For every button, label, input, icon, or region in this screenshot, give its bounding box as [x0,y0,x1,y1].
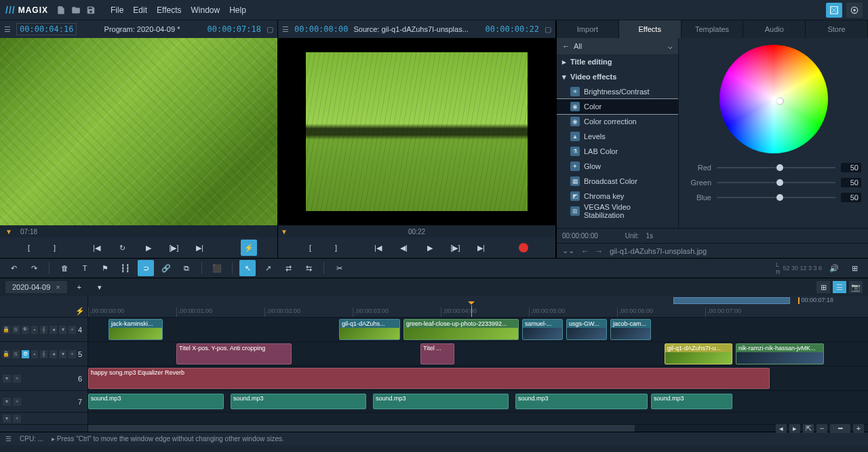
collapse-icon[interactable]: ⌄⌄ [562,246,574,255]
program-menu-icon[interactable]: ☰ [4,25,11,34]
slide-tool[interactable]: ⇆ [300,260,317,276]
playhead[interactable] [471,305,472,317]
lightning-button[interactable]: ⚡ [241,240,257,256]
clip[interactable]: sound.mp3 [88,394,224,409]
src-prev-button[interactable]: ◀| [396,240,412,256]
in-marker-icon[interactable]: ▼ [5,228,12,236]
track-lock[interactable]: 🔒 [3,326,10,334]
tab-menu-icon[interactable]: ▾ [92,279,108,295]
play-button[interactable]: ▶ [140,240,157,256]
clip[interactable]: samuel-... [522,319,563,340]
src-play-range-button[interactable]: [▶] [448,240,464,256]
view-list-button[interactable]: ☰ [833,281,846,293]
track-eye[interactable]: 👁 [22,326,29,334]
clip[interactable]: sound.mp3 [515,394,648,409]
nav-fwd-icon[interactable]: → [595,247,603,255]
view-cam-button[interactable]: 📷 [849,281,863,293]
group-button[interactable]: ⧉ [178,260,195,276]
record-button[interactable] [515,240,532,256]
clip[interactable]: Titel X-pos. Y-pos. Anti cropping [176,343,292,364]
save-icon[interactable] [83,3,98,18]
track-4-body[interactable]: jack-kaminski...gil-q1-dAZuhs...green-le… [88,318,868,341]
tab-store[interactable]: Store [806,20,868,38]
undo-button[interactable]: ↶ [5,260,22,276]
settings-button[interactable] [846,3,863,18]
fx-glow[interactable]: ✦Glow [557,159,678,174]
play-range-button[interactable]: [▶] [166,240,182,256]
zoom-in-button[interactable]: + [853,423,864,433]
menu-help[interactable]: Help [229,5,246,15]
track-vol[interactable]: 𝄞 [40,350,47,358]
source-viewport[interactable] [278,38,555,225]
red-value[interactable]: 50 [841,163,861,172]
menu-effects[interactable]: Effects [157,5,181,15]
slip-tool[interactable]: ⇄ [280,260,296,276]
overview-bar[interactable] [673,297,791,304]
track-vol[interactable]: ◂ [50,326,57,334]
select-tool[interactable]: ↗ [260,260,276,276]
track-6-body[interactable]: happy song.mp3 Equalizer Reverb [88,366,868,390]
clip[interactable]: green-leaf-close-up-photo-2233992... [403,319,519,340]
src-goto-end-button[interactable]: ▶| [473,240,490,256]
source-ruler[interactable]: ▼00:22 [278,225,555,238]
speaker-icon[interactable]: 🔊 [826,260,842,276]
fx-color-correction[interactable]: ◉Color correction [557,114,678,129]
track-fx[interactable]: 𝄞 [40,326,47,334]
fx-levels[interactable]: ▲Levels [557,129,678,144]
timeline-scrollbar[interactable]: ◂ ▸ ⇱ − ━ + [0,425,868,432]
clip[interactable]: Titel ... [420,343,454,364]
track-plus[interactable]: + [13,398,21,406]
timeline-ruler[interactable]: 00:00:07:18 ,00:00:00:00,00:00:01:00,00:… [88,296,868,317]
track-5-body[interactable]: Titel X-pos. Y-pos. Anti croppingTitel .… [88,342,868,366]
fx-vegas[interactable]: ⊞VEGAS Video Stabilization [557,204,678,219]
green-thumb[interactable] [776,179,783,186]
project-tab[interactable]: 2020-04-09 × [5,281,67,293]
clip[interactable]: jack-kaminski... [108,319,163,340]
grid-button[interactable]: ┇┇ [117,260,134,276]
goto-start-button[interactable]: |◀ [89,240,105,256]
color-wheel[interactable] [719,45,828,153]
clip[interactable]: jacob-cam... [610,319,651,340]
scroll-right-button[interactable]: ▸ [789,423,800,433]
clip[interactable]: gil-q1-dAZuhs7I-u... [665,343,732,364]
track-fx-on[interactable]: ⚙ [22,350,29,358]
tab-effects[interactable]: Effects [619,20,682,38]
color-cursor[interactable] [776,97,784,105]
red-thumb[interactable] [776,164,783,171]
magnet-button[interactable]: ⊃ [138,260,154,276]
track-plus[interactable]: + [13,375,21,383]
track-lock[interactable]: 🔒 [3,350,10,358]
track-opt[interactable]: ◂ [50,350,57,358]
tab-audio[interactable]: Audio [743,20,806,38]
title-button[interactable]: T [77,260,93,276]
zoom-out-button[interactable]: − [816,423,827,433]
track-solo[interactable]: S [12,350,20,358]
clip[interactable]: nik-ramzi-nik-hassan-jvMK... [736,343,824,364]
menu-file[interactable]: File [111,5,123,15]
delete-button[interactable]: 🗑 [56,260,73,276]
view-grid-button[interactable]: ⊞ [816,281,830,293]
clip[interactable]: sound.mp3 [373,394,509,409]
cut-tool[interactable]: ✂ [331,260,347,276]
track-mute[interactable]: • [31,350,39,358]
menu-window[interactable]: Window [191,5,220,15]
tab-templates[interactable]: Templates [682,20,744,38]
menu-edit[interactable]: Edit [133,5,147,15]
link-button[interactable]: 🔗 [158,260,174,276]
blue-track[interactable] [717,197,835,198]
footer-unit[interactable]: 1s [646,232,653,240]
breadcrumb[interactable]: ←All⌵ [557,38,678,54]
track-plus[interactable]: + [68,350,76,358]
blue-thumb[interactable] [776,194,783,201]
track-8-body[interactable] [88,413,868,424]
pointer-tool[interactable]: ↖ [239,260,256,276]
fit-button[interactable]: ⇱ [803,423,814,433]
src-play-button[interactable]: ▶ [422,240,438,256]
nav-back-icon[interactable]: ← [581,247,589,255]
source-maximize-icon[interactable]: ▢ [545,25,551,34]
chevron-down-icon[interactable]: ⌵ [668,42,673,51]
scroll-left-button[interactable]: ◂ [776,423,787,433]
export-button[interactable] [826,3,842,18]
source-marker-icon[interactable]: ▼ [281,228,288,236]
clip[interactable]: sound.mp3 [651,394,732,409]
